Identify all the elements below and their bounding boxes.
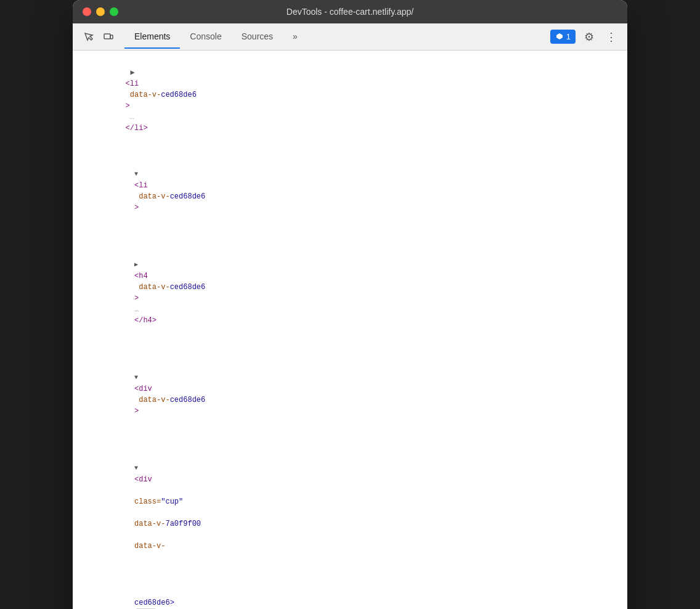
tab-elements[interactable]: Elements (124, 25, 180, 49)
main-tabs: Elements Console Sources » (124, 25, 550, 49)
html-line: ▼ <div data-v-ced68de6 > (73, 349, 627, 439)
title-bar: DevTools - coffee-cart.netlify.app/ (73, 0, 627, 23)
tab-more[interactable]: » (283, 25, 307, 49)
html-line: ▶ <h4 data-v-ced68de6 > … </h4> (73, 236, 627, 349)
settings-icon[interactable]: ⚙ (580, 28, 598, 46)
html-line: ▼ <li data-v-ced68de6 > (73, 145, 627, 236)
tab-sources[interactable]: Sources (232, 25, 283, 49)
html-line: ▼ <div class="cup" data-v-7a0f9f00 data-… (73, 439, 627, 574)
html-line: ced68de6> flex (73, 574, 627, 609)
toolbar-right: 1 ⚙ ⋮ (550, 28, 620, 46)
window-title: DevTools - coffee-cart.netlify.app/ (287, 7, 413, 17)
toolbar: Elements Console Sources » 1 ⚙ ⋮ (73, 23, 627, 51)
more-options-icon[interactable]: ⋮ (603, 28, 620, 46)
tab-console[interactable]: Console (180, 25, 231, 49)
toolbar-icons (80, 28, 117, 46)
devtools-window: DevTools - coffee-cart.netlify.app/ Elem… (73, 0, 627, 609)
close-button[interactable] (83, 7, 91, 16)
svg-rect-1 (110, 35, 113, 39)
minimize-button[interactable] (96, 7, 105, 16)
notification-button[interactable]: 1 (550, 30, 576, 44)
inspect-icon[interactable] (80, 28, 97, 46)
maximize-button[interactable] (110, 7, 118, 16)
html-line: ▶ <li data-v-ced68de6 > … </li> (73, 55, 627, 145)
device-toggle-icon[interactable] (100, 28, 117, 46)
svg-rect-0 (104, 34, 110, 39)
traffic-lights (83, 7, 118, 16)
elements-panel: ▶ <li data-v-ced68de6 > … </li> ▼ <li da… (73, 51, 627, 609)
